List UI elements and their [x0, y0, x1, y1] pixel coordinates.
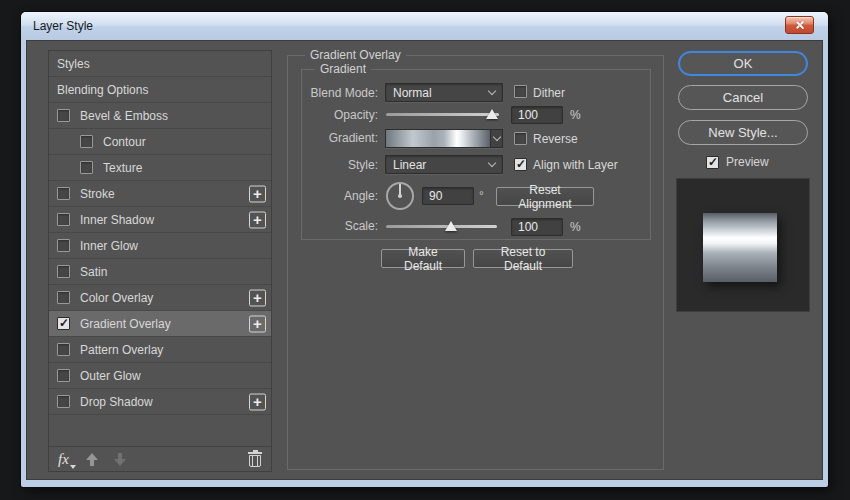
gradient-swatch[interactable]: [386, 130, 490, 147]
align-with-layer-checkbox[interactable]: [514, 158, 527, 171]
inner-glow-checkbox[interactable]: [57, 239, 70, 252]
gradient-overlay-group: Gradient Overlay Gradient Blend Mode: No…: [287, 55, 664, 470]
new-style-button[interactable]: New Style...: [678, 120, 808, 145]
reset-to-default-button[interactable]: Reset to Default: [473, 249, 573, 268]
add-color-overlay-icon[interactable]: [249, 289, 266, 306]
sidebar-item-label: Gradient Overlay: [80, 317, 171, 331]
outer-glow-checkbox[interactable]: [57, 369, 70, 382]
satin-checkbox[interactable]: [57, 265, 70, 278]
sidebar-item-label: Styles: [57, 57, 90, 71]
sidebar-item-color-overlay[interactable]: Color Overlay: [49, 285, 271, 311]
add-stroke-icon[interactable]: [249, 185, 266, 202]
pattern-overlay-checkbox[interactable]: [57, 343, 70, 356]
desktop-background: Layer Style Styles Blending Options Beve…: [0, 0, 850, 500]
style-label: Style:: [302, 158, 378, 172]
add-drop-shadow-icon[interactable]: [249, 393, 266, 410]
layer-style-dialog: Layer Style Styles Blending Options Beve…: [21, 12, 828, 487]
preview-checkbox[interactable]: [706, 156, 719, 169]
preview-label: Preview: [726, 155, 769, 169]
angle-input[interactable]: [422, 187, 474, 205]
angle-dial[interactable]: [386, 182, 414, 210]
dialog-title: Layer Style: [33, 19, 93, 33]
style-value: Linear: [393, 158, 426, 172]
gradient-subgroup: Gradient Blend Mode: Normal Dither Opaci…: [301, 69, 651, 240]
fx-menu-icon[interactable]: fx: [58, 451, 69, 468]
scale-slider-thumb[interactable]: [445, 221, 457, 231]
blend-mode-label: Blend Mode:: [302, 86, 378, 100]
stroke-checkbox[interactable]: [57, 187, 70, 200]
blend-mode-value: Normal: [393, 86, 432, 100]
style-preview-thumbnail: [676, 178, 810, 312]
reverse-label: Reverse: [533, 132, 578, 146]
gradient-label: Gradient:: [302, 131, 378, 145]
gradient-overlay-checkbox[interactable]: [57, 317, 70, 330]
sidebar-item-satin[interactable]: Satin: [49, 259, 271, 285]
scale-unit: %: [570, 220, 581, 234]
sidebar-item-label: Satin: [80, 265, 107, 279]
sidebar-item-label: Outer Glow: [80, 369, 141, 383]
opacity-unit: %: [570, 108, 581, 122]
color-overlay-checkbox[interactable]: [57, 291, 70, 304]
chevron-down-icon: [488, 159, 496, 167]
drop-shadow-checkbox[interactable]: [57, 395, 70, 408]
bevel-emboss-checkbox[interactable]: [57, 109, 70, 122]
sidebar-item-label: Texture: [103, 161, 142, 175]
opacity-slider-thumb[interactable]: [486, 109, 498, 119]
make-default-button[interactable]: Make Default: [381, 249, 465, 268]
group-title: Gradient Overlay: [305, 48, 406, 62]
gradient-dropdown-button[interactable]: [490, 130, 502, 147]
sidebar-item-bevel-emboss[interactable]: Bevel & Emboss: [49, 103, 271, 129]
angle-unit: °: [479, 189, 484, 203]
ok-button[interactable]: OK: [678, 51, 808, 76]
preview-toggle: Preview: [706, 155, 769, 169]
sidebar-item-inner-glow[interactable]: Inner Glow: [49, 233, 271, 259]
sidebar-item-drop-shadow[interactable]: Drop Shadow: [49, 389, 271, 415]
scale-input[interactable]: [511, 218, 563, 236]
add-inner-shadow-icon[interactable]: [249, 211, 266, 228]
sidebar-item-inner-shadow[interactable]: Inner Shadow: [49, 207, 271, 233]
sidebar-item-contour[interactable]: Contour: [49, 129, 271, 155]
contour-checkbox[interactable]: [80, 135, 93, 148]
sidebar-item-label: Color Overlay: [80, 291, 153, 305]
scale-label: Scale:: [302, 219, 378, 233]
add-gradient-overlay-icon[interactable]: [249, 315, 266, 332]
styles-list: Styles Blending Options Bevel & Emboss C…: [48, 50, 272, 472]
style-select[interactable]: Linear: [385, 155, 503, 174]
move-effect-up-icon[interactable]: [85, 453, 99, 466]
angle-dial-center: [398, 194, 402, 198]
reverse-checkbox[interactable]: [514, 132, 527, 145]
sidebar-item-styles[interactable]: Styles: [49, 51, 271, 77]
sidebar-item-label: Contour: [103, 135, 146, 149]
gradient-picker[interactable]: [385, 129, 503, 148]
sidebar-item-pattern-overlay[interactable]: Pattern Overlay: [49, 337, 271, 363]
sidebar-item-texture[interactable]: Texture: [49, 155, 271, 181]
blend-mode-select[interactable]: Normal: [385, 83, 503, 102]
move-effect-down-icon[interactable]: [113, 453, 127, 466]
sidebar-item-label: Drop Shadow: [80, 395, 153, 409]
dither-label: Dither: [533, 86, 565, 100]
sidebar-item-blending-options[interactable]: Blending Options: [49, 77, 271, 103]
dialog-content: Styles Blending Options Bevel & Emboss C…: [26, 40, 823, 480]
align-with-layer-label: Align with Layer: [533, 158, 618, 172]
sidebar-item-label: Inner Glow: [80, 239, 138, 253]
delete-effect-icon[interactable]: [248, 451, 262, 467]
texture-checkbox[interactable]: [80, 161, 93, 174]
cancel-button[interactable]: Cancel: [678, 85, 808, 110]
inner-shadow-checkbox[interactable]: [57, 213, 70, 226]
dialog-titlebar[interactable]: Layer Style: [21, 12, 828, 40]
sidebar-item-label: Inner Shadow: [80, 213, 154, 227]
dither-checkbox[interactable]: [514, 85, 527, 98]
sidebar-item-label: Stroke: [80, 187, 115, 201]
sidebar-footer: fx: [49, 446, 271, 471]
opacity-input[interactable]: [511, 106, 563, 124]
sidebar-item-outer-glow[interactable]: Outer Glow: [49, 363, 271, 389]
reset-alignment-button[interactable]: Reset Alignment: [496, 187, 594, 206]
sidebar-item-gradient-overlay[interactable]: Gradient Overlay: [49, 311, 271, 337]
chevron-down-icon: [488, 87, 496, 95]
close-button[interactable]: [785, 16, 814, 34]
scale-slider[interactable]: [386, 225, 497, 228]
sidebar-item-stroke[interactable]: Stroke: [49, 181, 271, 207]
sidebar-item-label: Pattern Overlay: [80, 343, 163, 357]
close-icon: [794, 20, 805, 31]
opacity-slider[interactable]: [386, 113, 499, 116]
